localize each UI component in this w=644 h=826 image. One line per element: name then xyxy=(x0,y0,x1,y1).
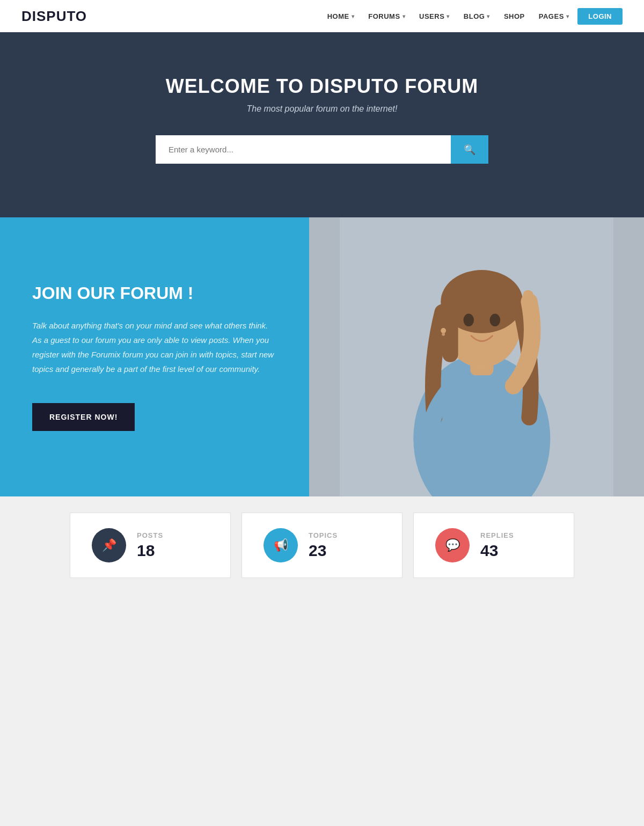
chevron-down-icon: ▾ xyxy=(352,13,355,19)
posts-label: POSTS xyxy=(137,531,163,539)
join-image xyxy=(309,217,644,496)
nav-link-pages[interactable]: PAGES ▾ xyxy=(533,9,575,24)
svg-point-9 xyxy=(490,314,501,327)
replies-icon: 💬 xyxy=(445,538,460,552)
nav-item-login[interactable]: LOGIN xyxy=(577,8,623,25)
posts-icon: 📌 xyxy=(102,538,116,552)
svg-point-11 xyxy=(441,328,446,333)
brand-logo[interactable]: DISPUTO xyxy=(21,8,87,25)
posts-info: POSTS 18 xyxy=(137,531,163,560)
chevron-down-icon: ▾ xyxy=(566,13,569,19)
join-text: Talk about anything that's on your mind … xyxy=(32,318,277,376)
search-icon: 🔍 xyxy=(464,144,475,155)
svg-rect-2 xyxy=(445,381,518,486)
join-title: JOIN OUR FORUM ! xyxy=(32,283,277,303)
hero-title: WELCOME TO DISPUTO FORUM xyxy=(21,75,623,98)
chevron-down-icon: ▾ xyxy=(447,13,450,19)
chevron-down-icon: ▾ xyxy=(487,13,490,19)
topics-icon-circle: 📢 xyxy=(264,528,298,562)
nav-link-home[interactable]: HOME ▾ xyxy=(322,9,360,24)
replies-value: 43 xyxy=(480,542,514,560)
nav-link-blog[interactable]: BLOG ▾ xyxy=(458,9,495,24)
search-input[interactable] xyxy=(156,135,451,164)
topics-icon: 📢 xyxy=(274,538,288,552)
replies-info: REPLIES 43 xyxy=(480,531,514,560)
woman-illustration xyxy=(309,217,644,496)
login-button[interactable]: LOGIN xyxy=(577,8,623,25)
stat-card-posts: 📌 POSTS 18 xyxy=(70,513,231,578)
nav-link-users[interactable]: USERS ▾ xyxy=(414,9,455,24)
topics-info: TOPICS 23 xyxy=(309,531,338,560)
topics-value: 23 xyxy=(309,542,338,560)
navbar: DISPUTO HOME ▾ FORUMS ▾ USERS ▾ BLOG ▾ xyxy=(0,0,644,32)
nav-item-forums[interactable]: FORUMS ▾ xyxy=(363,9,411,24)
svg-point-10 xyxy=(523,290,533,301)
join-section: JOIN OUR FORUM ! Talk about anything tha… xyxy=(0,217,644,496)
nav-item-users[interactable]: USERS ▾ xyxy=(414,9,455,24)
replies-label: REPLIES xyxy=(480,531,514,539)
nav-item-blog[interactable]: BLOG ▾ xyxy=(458,9,495,24)
chevron-down-icon: ▾ xyxy=(402,13,406,19)
topics-label: TOPICS xyxy=(309,531,338,539)
nav-item-home[interactable]: HOME ▾ xyxy=(322,9,360,24)
stat-card-replies: 💬 REPLIES 43 xyxy=(413,513,574,578)
replies-icon-circle: 💬 xyxy=(435,528,470,562)
search-button[interactable]: 🔍 xyxy=(451,135,488,164)
nav-item-shop[interactable]: SHOP xyxy=(499,9,530,24)
nav-links: HOME ▾ FORUMS ▾ USERS ▾ BLOG ▾ SHOP xyxy=(322,8,623,25)
register-button[interactable]: REGISTER NOW! xyxy=(32,403,135,431)
nav-link-shop[interactable]: SHOP xyxy=(499,9,530,24)
search-bar: 🔍 xyxy=(156,135,488,164)
posts-value: 18 xyxy=(137,542,163,560)
svg-point-12 xyxy=(442,333,445,336)
hero-section: WELCOME TO DISPUTO FORUM The most popula… xyxy=(0,32,644,217)
stats-section: 📌 POSTS 18 📢 TOPICS 23 💬 REPLIES 43 xyxy=(0,496,644,594)
nav-item-pages[interactable]: PAGES ▾ xyxy=(533,9,575,24)
nav-link-forums[interactable]: FORUMS ▾ xyxy=(363,9,411,24)
svg-point-8 xyxy=(463,314,474,327)
join-content: JOIN OUR FORUM ! Talk about anything tha… xyxy=(0,217,309,496)
stat-card-topics: 📢 TOPICS 23 xyxy=(241,513,402,578)
hero-subtitle: The most popular forum on the internet! xyxy=(21,104,623,114)
posts-icon-circle: 📌 xyxy=(92,528,126,562)
